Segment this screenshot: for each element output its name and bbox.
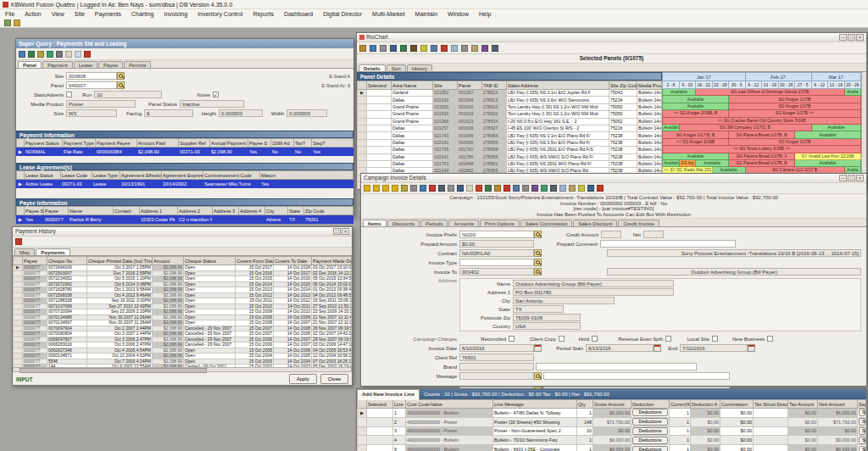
lock-icon[interactable]: [578, 185, 585, 192]
calendar-booking-cell[interactable]: Available: [663, 96, 729, 103]
menu-item-invoicing[interactable]: Invoicing: [164, 9, 187, 19]
week-header[interactable]: 2 - 8: [663, 81, 680, 89]
row-selector[interactable]: [358, 147, 367, 153]
week-header[interactable]: 20 - 26: [778, 81, 795, 89]
deductions-button[interactable]: Deductions: [632, 446, 668, 451]
column-header[interactable]: Site Zip Code: [609, 81, 637, 90]
column-header[interactable]: Nett Amount: [818, 400, 858, 409]
tab-lease[interactable]: Lease: [74, 61, 97, 68]
calendar-booking-cell[interactable]: SG Law Offices of Domingo Garcia 1/17B: [696, 89, 845, 96]
table-row[interactable]: 34000000000000 - PosterPoster - Non-Guar…: [358, 426, 866, 436]
segments-button[interactable]: Segments: [859, 418, 865, 426]
message-search-icon[interactable]: [534, 372, 542, 380]
run-field[interactable]: 10: [94, 91, 162, 98]
segments-button[interactable]: Segments: [859, 446, 865, 451]
undo-icon[interactable]: [461, 45, 468, 52]
column-header[interactable]: Site: [433, 81, 458, 90]
tab-discounts[interactable]: Discounts: [387, 220, 420, 226]
table-row[interactable]: Dallas021735001760278958LBJ Fwy (I 635) …: [358, 147, 662, 153]
refresh-icon[interactable]: [541, 185, 548, 192]
calendar-booking-cell[interactable]: Available: [663, 153, 729, 159]
menu-item-action[interactable]: Action: [25, 9, 41, 19]
row-selector[interactable]: [358, 160, 367, 167]
minimize-icon[interactable]: ─: [839, 175, 847, 181]
add-new-invoice-line-tab[interactable]: Add New Invoice Line: [357, 389, 420, 400]
week-header[interactable]: 23 - 29: [712, 81, 729, 89]
calendar-booking-cell[interactable]: << SG Kroger 2/16B, B: [663, 110, 729, 117]
prev-record-icon[interactable]: [373, 185, 380, 192]
column-header[interactable]: 1099 Ad: [271, 139, 294, 148]
menu-item-digital-director[interactable]: Digital Director: [323, 9, 362, 19]
contract-search-icon[interactable]: [534, 249, 542, 257]
menu-item-file[interactable]: File: [5, 9, 14, 19]
contract-field[interactable]: NA/03P/LA0: [459, 249, 534, 257]
client-copy-checkbox[interactable]: [559, 336, 565, 342]
close-icon[interactable]: ×: [342, 228, 349, 235]
end-calendar-icon[interactable]: [748, 344, 755, 352]
tab-credit-invoice[interactable]: Credit Invoice: [618, 220, 659, 226]
close-button[interactable]: Close: [320, 374, 348, 384]
column-header[interactable]: Commission: [721, 400, 754, 409]
maximize-icon[interactable]: □: [333, 228, 341, 235]
column-header[interactable]: Tax?: [294, 139, 312, 148]
table-row[interactable]: Dallas022141001786278959LBJ Fwy (I 635) …: [358, 153, 662, 160]
grid-icon[interactable]: [28, 51, 35, 58]
column-header[interactable]: Payee: [44, 207, 69, 215]
undo-icon[interactable]: [522, 185, 529, 192]
hold-checkbox[interactable]: [592, 336, 598, 342]
column-header[interactable]: Agreement Effectiv: [120, 171, 162, 180]
notes-icon[interactable]: [65, 51, 72, 58]
row-selector[interactable]: ▶: [17, 215, 25, 224]
row-selector[interactable]: [358, 111, 367, 118]
column-header[interactable]: Amount: [153, 257, 184, 265]
row-selector[interactable]: ▶: [358, 90, 367, 97]
invoice-to-field[interactable]: 003402: [459, 268, 534, 276]
calculator-icon[interactable]: [559, 185, 566, 192]
minimize-icon[interactable]: ─: [839, 34, 847, 41]
column-header[interactable]: Line Message: [493, 400, 577, 409]
tab-amounts[interactable]: Amounts: [448, 220, 479, 226]
table-row[interactable]: Grand Prairie021366001623278934I-20 NS 0…: [358, 118, 662, 125]
menu-item-site[interactable]: Site: [75, 9, 85, 19]
horizontal-scrollbar[interactable]: [13, 367, 352, 372]
calendar-booking-cell[interactable]: SG Kroger 1/17B: [729, 96, 861, 103]
row-selector[interactable]: [358, 103, 367, 110]
column-header[interactable]: Payment Status: [25, 139, 63, 148]
column-header[interactable]: Tax Struct Desc: [754, 400, 788, 409]
calendar-booking-cell[interactable]: << SG Kroger 2/16B: [663, 138, 729, 145]
period-start-calendar-icon[interactable]: [654, 344, 661, 352]
exit-icon[interactable]: [15, 238, 22, 245]
column-header[interactable]: Comm(%): [670, 400, 691, 409]
calendar-booking-cell[interactable]: << SG Texas Lottery 3/16B >>: [663, 146, 861, 153]
invoice-type-field[interactable]: [459, 259, 534, 266]
email-icon[interactable]: [466, 185, 473, 192]
message-text-field[interactable]: [543, 372, 730, 380]
table-row[interactable]: 44000000000000 - BulletinBulletin - 70/1…: [358, 436, 866, 445]
prepaid-comment-field[interactable]: [600, 240, 736, 248]
column-header[interactable]: Area Name: [392, 81, 433, 90]
column-header[interactable]: Line: [393, 400, 406, 409]
tab-items[interactable]: Items: [363, 220, 387, 226]
deductions-button[interactable]: Deductions: [632, 427, 668, 435]
postcode-field[interactable]: 78209-0108: [513, 314, 581, 321]
name-field[interactable]: Outdoor Advertising Group (Bill Payer): [513, 280, 674, 287]
site-search-icon[interactable]: [117, 72, 125, 80]
calendar-booking-cell[interactable]: Available: [795, 131, 861, 138]
save-icon[interactable]: [19, 51, 25, 58]
menu-item-view[interactable]: View: [52, 9, 64, 19]
table-row[interactable]: Dallas022141001696278955LBJ Fwy (I 635) …: [358, 139, 662, 146]
building-menu-icon[interactable]: [380, 45, 387, 52]
anchor-icon[interactable]: [431, 45, 437, 52]
column-header[interactable]: Lease Status: [25, 171, 61, 180]
calendar-booking-cell[interactable]: Availabl: [663, 159, 680, 166]
row-selector[interactable]: ▶: [358, 409, 367, 418]
column-header[interactable]: TAB ID: [482, 81, 507, 90]
calendar-booking-cell[interactable]: SG Kroger 1/17B: [729, 103, 861, 109]
client-ref-field[interactable]: 76501: [459, 354, 534, 361]
calendar-booking-cell[interactable]: SG Panera Bread 1/17B, 2: [729, 153, 795, 159]
copy-icon[interactable]: [75, 51, 81, 58]
column-header[interactable]: Lease Type: [92, 171, 120, 180]
search-icon[interactable]: [401, 185, 408, 192]
calendar-booking-cell[interactable]: SY Vivaldi Law Firm 12/16B: [795, 153, 861, 159]
menu-item-payments[interactable]: Payments: [95, 9, 121, 19]
